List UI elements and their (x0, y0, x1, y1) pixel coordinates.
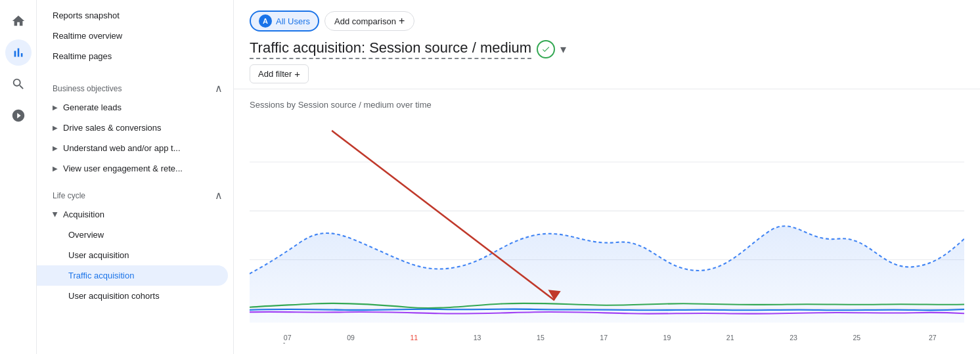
plus-icon: + (399, 15, 405, 27)
acquisition-item[interactable]: ▶ Acquisition (37, 204, 233, 225)
lifecycle-section: Life cycle ∧ ▶ Acquisition Overview User… (37, 184, 233, 306)
main-header: A All Users Add comparison + Traffic acq… (234, 0, 980, 89)
view-engagement-item[interactable]: ▶ View user engagement & rete... (37, 158, 233, 179)
add-filter-button[interactable]: Add filter + (250, 64, 309, 83)
expand-arrow-icon: ▶ (53, 144, 58, 152)
chevron-up-icon: ∧ (215, 82, 223, 95)
traffic-acquisition-subitem[interactable]: Traffic acquisition (37, 265, 228, 286)
sidebar-top-items: Reports snapshot Realtime overview Realt… (37, 0, 233, 72)
svg-text:23: 23 (790, 333, 797, 342)
expand-arrow-icon: ▶ (52, 212, 59, 217)
svg-text:25: 25 (853, 333, 860, 342)
chart-area: 07 Jan 09 11 13 15 17 19 21 23 25 27 (250, 120, 964, 343)
chart-container: Sessions by Session source / medium over… (234, 89, 980, 354)
chevron-up-icon: ∧ (215, 189, 223, 202)
verified-icon[interactable] (537, 40, 555, 58)
expand-arrow-icon: ▶ (53, 165, 58, 172)
business-objectives-section: Business objectives ∧ ▶ Generate leads ▶… (37, 77, 233, 179)
chart-subtitle: Sessions by Session source / medium over… (250, 100, 964, 110)
svg-text:17: 17 (600, 333, 608, 342)
reports-snapshot-link[interactable]: Reports snapshot (37, 5, 233, 26)
icon-rail (0, 0, 37, 354)
chip-letter: A (259, 14, 272, 28)
user-acquisition-subitem[interactable]: User acquisition (37, 245, 233, 265)
plus-icon: + (294, 68, 300, 79)
business-objectives-header[interactable]: Business objectives ∧ (37, 77, 233, 97)
home-icon[interactable] (5, 8, 32, 34)
svg-text:Jan: Jan (282, 342, 293, 343)
svg-text:21: 21 (726, 333, 734, 342)
filter-row: A All Users Add comparison + (250, 11, 964, 32)
overview-subitem[interactable]: Overview (37, 225, 233, 245)
lifecycle-header[interactable]: Life cycle ∧ (37, 184, 233, 204)
page-title-row: Traffic acquisition: Session source / me… (250, 39, 964, 59)
svg-text:07: 07 (284, 333, 292, 342)
svg-text:11: 11 (410, 333, 418, 342)
main-content: A All Users Add comparison + Traffic acq… (234, 0, 980, 354)
expand-arrow-icon: ▶ (53, 104, 58, 111)
drive-sales-item[interactable]: ▶ Drive sales & conversions (37, 118, 233, 138)
all-users-chip[interactable]: A All Users (250, 11, 319, 32)
understand-web-item[interactable]: ▶ Understand web and/or app t... (37, 138, 233, 158)
realtime-pages-link[interactable]: Realtime pages (37, 46, 233, 66)
add-comparison-button[interactable]: Add comparison + (324, 11, 414, 31)
svg-text:27: 27 (929, 333, 937, 342)
settings-icon[interactable] (5, 102, 32, 129)
bar-chart-icon[interactable] (5, 39, 32, 66)
svg-text:15: 15 (537, 333, 545, 342)
chart-svg: 07 Jan 09 11 13 15 17 19 21 23 25 27 (250, 120, 964, 343)
sidebar: Reports snapshot Realtime overview Realt… (37, 0, 234, 354)
realtime-overview-link[interactable]: Realtime overview (37, 26, 233, 46)
page-title: Traffic acquisition: Session source / me… (250, 39, 531, 59)
generate-leads-item[interactable]: ▶ Generate leads (37, 97, 233, 118)
search-icon[interactable] (5, 71, 32, 97)
expand-arrow-icon: ▶ (53, 124, 58, 131)
user-acquisition-cohorts-subitem[interactable]: User acquisition cohorts (37, 286, 233, 306)
svg-text:19: 19 (663, 333, 671, 342)
svg-text:09: 09 (347, 333, 355, 342)
chevron-down-icon[interactable]: ▾ (560, 42, 566, 56)
svg-text:13: 13 (474, 333, 481, 342)
